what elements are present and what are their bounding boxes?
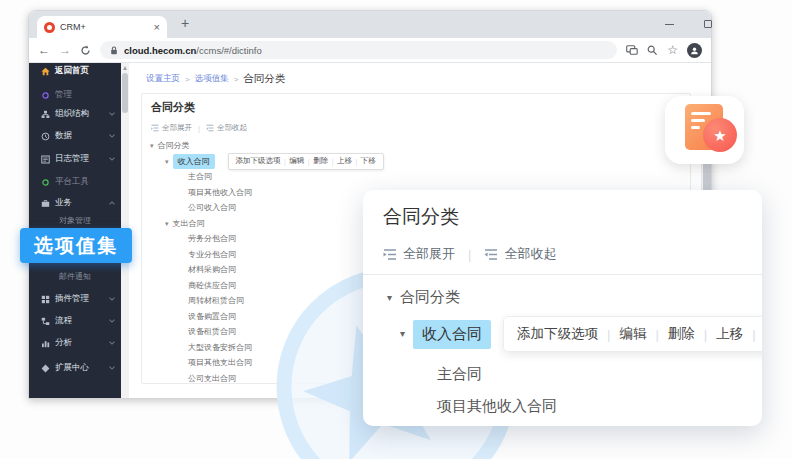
toolbar-separator: | [468, 247, 471, 262]
tree-node-root[interactable]: ▾ 合同分类 [383, 288, 742, 307]
chevron-down-icon [109, 339, 115, 345]
menu-separator: | [284, 158, 286, 165]
circle-icon [41, 91, 50, 100]
grid-icon [41, 295, 50, 304]
chevron-down-icon [109, 317, 115, 323]
browser-tab-bar: CRM+ × + [29, 11, 711, 38]
star-circle-icon: ★ [703, 118, 737, 152]
scrollbar-thumb[interactable] [122, 73, 128, 113]
person-icon [690, 46, 699, 55]
toolbar-separator: | [198, 124, 200, 133]
menu-separator: | [704, 327, 707, 342]
caret-down-icon[interactable]: ▾ [165, 158, 169, 165]
tree-node[interactable]: 主合同 [383, 365, 742, 384]
callout-option-value-set[interactable]: 选项值集 [20, 228, 132, 263]
menu-edit[interactable]: 编辑 [289, 156, 304, 166]
menu-move-up[interactable]: 上移 [716, 325, 743, 343]
url-field[interactable]: cloud.hecom.cn/ccms/#/dictinfo [100, 41, 617, 59]
stage: CRM+ × + ← → cloud.hecom.cn/ccms/#/dicti… [0, 0, 792, 459]
caret-down-icon[interactable]: ▾ [400, 329, 405, 339]
new-tab-button[interactable]: + [181, 15, 189, 31]
chevron-down-icon [109, 132, 115, 138]
menu-add-child-option[interactable]: 添加下级选项 [236, 156, 281, 166]
breadcrumb-separator: > [234, 75, 239, 84]
sidebar-item-home[interactable]: 返回首页 [29, 64, 121, 78]
document-star-badge: ★ [665, 96, 744, 164]
caret-down-icon[interactable]: ▾ [150, 142, 154, 149]
zoom-overlay-panel: 合同分类 全部展开 | 全部收起 ▾ 合同分类 ▾ 收入合同 添加下级选项| 编… [363, 190, 762, 426]
divider [363, 274, 762, 275]
selected-tree-node[interactable]: 收入合同 [413, 320, 491, 349]
forward-icon[interactable]: → [59, 44, 71, 56]
sidebar-item-org[interactable]: 组织结构 [29, 107, 121, 121]
expand-all-icon [151, 124, 159, 132]
collapse-all-icon [484, 248, 498, 261]
tree-node[interactable]: 项目其他收入合同 [383, 397, 742, 416]
caret-down-icon[interactable]: ▾ [165, 220, 169, 227]
clock-icon [41, 132, 50, 141]
sidebar-item-extension-center[interactable]: 扩展中心 [29, 361, 121, 375]
sidebar-item-plugins[interactable]: 插件管理 [29, 292, 121, 306]
chevron-down-icon [109, 295, 115, 301]
bookmark-star-icon[interactable]: ☆ [667, 44, 678, 56]
save-card-icon[interactable] [626, 45, 638, 55]
menu-separator: | [655, 327, 658, 342]
profile-avatar[interactable] [687, 43, 702, 58]
expand-all-button[interactable]: 全部展开 [151, 123, 192, 133]
chevron-down-icon [109, 110, 115, 116]
menu-add-child-option[interactable]: 添加下级选项 [517, 325, 598, 343]
scroll-up-arrow-icon[interactable] [123, 66, 127, 70]
page-title: 合同分类 [142, 94, 690, 115]
sidebar-item-business[interactable]: 业务 [29, 196, 121, 210]
caret-down-icon[interactable]: ▾ [387, 293, 392, 303]
menu-delete[interactable]: 删除 [668, 325, 695, 343]
menu-move-down[interactable]: 下移 [361, 156, 376, 166]
url-path: /ccms/#/dictinfo [196, 45, 261, 56]
breadcrumb-section-link[interactable]: 选项值集 [195, 73, 229, 85]
breadcrumb-separator: > [185, 75, 190, 84]
sidebar-item-mail-notify[interactable]: 邮件通知 [29, 269, 121, 283]
zoom-search-icon[interactable] [647, 45, 658, 56]
window-minimize-button[interactable] [665, 24, 674, 25]
collapse-all-button[interactable]: 全部收起 [484, 245, 556, 263]
lock-icon [110, 46, 118, 55]
circle-icon [41, 178, 50, 187]
crm-favicon [44, 22, 55, 33]
url-text: cloud.hecom.cn/ccms/#/dictinfo [124, 45, 262, 56]
menu-separator: | [332, 158, 334, 165]
overlay-toolbar: 全部展开 | 全部收起 [383, 245, 742, 263]
tree-node-root[interactable]: ▾合同分类 [142, 138, 690, 154]
menu-separator: | [752, 327, 755, 342]
expand-all-button[interactable]: 全部展开 [383, 245, 455, 263]
menu-separator: | [308, 158, 310, 165]
menu-delete[interactable]: 删除 [313, 156, 328, 166]
sidebar-item-logs[interactable]: 日志管理 [29, 152, 121, 166]
window-maximize-button[interactable] [704, 20, 712, 28]
tab-title: CRM+ [60, 22, 149, 32]
browser-tab[interactable]: CRM+ × [37, 16, 167, 38]
briefcase-icon [41, 199, 50, 208]
sidebar-item-object-manage[interactable]: 对象管理 [29, 213, 121, 227]
menu-edit[interactable]: 编辑 [619, 325, 646, 343]
flow-icon [41, 317, 50, 326]
sidebar-item-manage[interactable]: 管理 [29, 88, 121, 102]
chevron-up-icon [109, 201, 115, 207]
bar-chart-icon [41, 339, 50, 348]
sidebar-item-data[interactable]: 数据 [29, 129, 121, 143]
collapse-all-button[interactable]: 全部收起 [206, 123, 247, 133]
overlay-title: 合同分类 [383, 204, 742, 230]
sidebar-item-flow[interactable]: 流程 [29, 314, 121, 328]
sidebar-item-platform-tools[interactable]: 平台工具 [29, 175, 121, 189]
tree-node-income[interactable]: ▾ 收入合同 添加下级选项| 编辑| 删除| 上移| 下移 [383, 316, 742, 352]
sidebar-item-analysis[interactable]: 分析 [29, 336, 121, 350]
home-icon [41, 67, 50, 76]
tree-node[interactable]: 主合同 [142, 169, 690, 185]
selected-tree-node[interactable]: 收入合同 [173, 154, 215, 169]
node-context-menu: 添加下级选项| 编辑| 删除| 上移| 下移 [228, 153, 384, 170]
menu-move-up[interactable]: 上移 [337, 156, 352, 166]
tab-close-icon[interactable]: × [154, 22, 160, 33]
tree-node-income[interactable]: ▾ 收入合同 添加下级选项| 编辑| 删除| 上移| 下移 [142, 154, 690, 170]
breadcrumb-home-link[interactable]: 设置主页 [146, 73, 180, 85]
reload-icon[interactable] [80, 45, 91, 56]
back-icon[interactable]: ← [38, 44, 50, 56]
